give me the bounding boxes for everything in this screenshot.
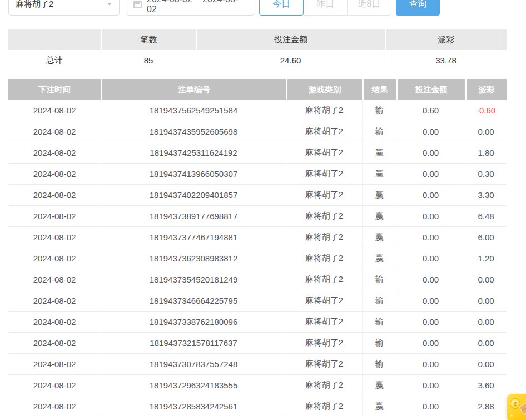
cell-game-category: 麻将胡了2 (286, 121, 362, 142)
cell-game-category: 麻将胡了2 (286, 100, 362, 121)
summary-total-bet-amount: 24.60 (196, 50, 385, 71)
table-row: 2024-08-02 1819437362308983812 麻将胡了2 赢 0… (8, 248, 507, 269)
cell-bet-time: 2024-08-02 (8, 354, 101, 375)
cell-game-category: 麻将胡了2 (286, 333, 362, 354)
summary-total-count: 85 (101, 50, 196, 71)
cell-bet-time: 2024-08-02 (8, 312, 101, 333)
cell-payout: 6.00 (465, 227, 507, 248)
cell-result: 赢 (362, 375, 396, 396)
cell-payout: 0.00 (465, 333, 507, 354)
cell-result: 赢 (362, 248, 396, 269)
cell-bet-amount: 0.00 (396, 375, 465, 396)
cell-payout: 0.00 (465, 269, 507, 290)
cell-result: 输 (362, 312, 396, 333)
cell-game-category: 麻将胡了2 (286, 312, 362, 333)
cell-bet-amount: 0.00 (396, 396, 465, 417)
cell-game-category: 麻将胡了2 (286, 142, 362, 164)
chevron-down-icon: ▼ (107, 2, 112, 7)
cell-bet-amount: 0.00 (396, 354, 465, 375)
cell-bet-time: 2024-08-02 (8, 290, 101, 312)
header-payout: 派彩 (465, 79, 507, 100)
cell-bet-amount: 0.00 (396, 333, 465, 354)
filter-bar: 麻将胡了2 ▼ 2024-08-02 ~ 2024-08-02 今日 昨日 近8… (8, 0, 440, 16)
cell-payout: 3.30 (465, 185, 507, 206)
table-row: 2024-08-02 1819437377467194881 麻将胡了2 赢 0… (8, 227, 507, 248)
cell-bet-time: 2024-08-02 (8, 375, 101, 396)
cell-bet-time: 2024-08-02 (8, 185, 101, 206)
cell-result: 赢 (362, 396, 396, 417)
cell-bet-time: 2024-08-02 (8, 227, 101, 248)
cell-result: 赢 (362, 206, 396, 227)
game-select[interactable]: 麻将胡了2 ▼ (8, 0, 120, 16)
cell-result: 输 (362, 269, 396, 290)
header-bet-amount: 投注金额 (396, 79, 465, 100)
date-range-input[interactable]: 2024-08-02 ~ 2024-08-02 (127, 0, 254, 16)
cell-bet-time: 2024-08-02 (8, 396, 101, 417)
cell-game-category: 麻将胡了2 (286, 227, 362, 248)
cell-game-category: 麻将胡了2 (286, 354, 362, 375)
cell-order-number: 1819437354520181249 (101, 269, 286, 290)
table-row: 2024-08-02 1819437413966050307 麻将胡了2 赢 0… (8, 164, 507, 185)
records-table: 下注时间 注单编号 游戏类别 结果 投注金额 派彩 2024-08-02 181… (8, 79, 507, 417)
cell-bet-time: 2024-08-02 (8, 164, 101, 185)
cell-order-number: 1819437402209401857 (101, 185, 286, 206)
header-result: 结果 (362, 79, 396, 100)
header-game-category: 游戏类别 (286, 79, 362, 100)
cell-payout: 0.00 (465, 354, 507, 375)
cell-game-category: 麻将胡了2 (286, 185, 362, 206)
header-bet-time: 下注时间 (8, 79, 101, 100)
cell-game-category: 麻将胡了2 (286, 375, 362, 396)
table-row: 2024-08-02 1819437425311624192 麻将胡了2 赢 0… (8, 142, 507, 164)
table-row: 2024-08-02 1819437354520181249 麻将胡了2 输 0… (8, 269, 507, 290)
cell-bet-amount: 0.00 (396, 227, 465, 248)
cell-game-category: 麻将胡了2 (286, 290, 362, 312)
cell-bet-time: 2024-08-02 (8, 248, 101, 269)
cell-result: 赢 (362, 164, 396, 185)
table-row: 2024-08-02 1819437321578117637 麻将胡了2 输 0… (8, 333, 507, 354)
cell-bet-time: 2024-08-02 (8, 100, 101, 121)
cell-result: 输 (362, 333, 396, 354)
table-row: 2024-08-02 1819437285834242561 麻将胡了2 赢 0… (8, 396, 507, 417)
records-tbody: 2024-08-02 1819437562549251584 麻将胡了2 输 0… (8, 100, 507, 417)
cell-bet-amount: 0.00 (396, 206, 465, 227)
cell-game-category: 麻将胡了2 (286, 206, 362, 227)
search-button[interactable]: 查询 (396, 0, 440, 16)
cell-payout: 0.00 (465, 290, 507, 312)
cell-order-number: 1819437321578117637 (101, 333, 286, 354)
cell-order-number: 1819437362308983812 (101, 248, 286, 269)
table-row: 2024-08-02 1819437346664225795 麻将胡了2 输 0… (8, 290, 507, 312)
reward-float-button[interactable]: ¥ ✦ (507, 394, 526, 420)
cell-bet-amount: 0.00 (396, 164, 465, 185)
cell-payout: 0.00 (465, 121, 507, 142)
cell-result: 赢 (362, 227, 396, 248)
cell-payout: 6.48 (465, 206, 507, 227)
cell-payout: 1.80 (465, 142, 507, 164)
cell-bet-time: 2024-08-02 (8, 121, 101, 142)
cell-order-number: 1819437338762180096 (101, 312, 286, 333)
summary-header-bet-amount: 投注金额 (196, 29, 385, 50)
cell-result: 输 (362, 354, 396, 375)
cell-bet-amount: 0.00 (396, 290, 465, 312)
cell-result: 赢 (362, 142, 396, 164)
cell-order-number: 1819437389177698817 (101, 206, 286, 227)
cell-bet-time: 2024-08-02 (8, 269, 101, 290)
quick-button-today[interactable]: 今日 (259, 0, 304, 16)
summary-header-count: 笔数 (101, 29, 196, 50)
quick-button-yesterday[interactable]: 昨日 (303, 0, 348, 16)
cell-result: 输 (362, 121, 396, 142)
cell-bet-time: 2024-08-02 (8, 206, 101, 227)
cell-bet-amount: 0.00 (396, 142, 465, 164)
cell-order-number: 1819437307837557248 (101, 354, 286, 375)
table-row: 2024-08-02 1819437562549251584 麻将胡了2 输 0… (8, 100, 507, 121)
table-row: 2024-08-02 1819437307837557248 麻将胡了2 输 0… (8, 354, 507, 375)
summary-table: 笔数 投注金额 派彩 总计 85 24.60 33.78 (8, 29, 507, 71)
table-row: 2024-08-02 1819437338762180096 麻将胡了2 输 0… (8, 312, 507, 333)
summary-total-label: 总计 (8, 50, 101, 71)
cell-game-category: 麻将胡了2 (286, 248, 362, 269)
cell-bet-amount: 0.60 (396, 100, 465, 121)
cell-bet-amount: 0.00 (396, 248, 465, 269)
table-row: 2024-08-02 1819437296324183555 麻将胡了2 赢 0… (8, 375, 507, 396)
cell-order-number: 1819437296324183555 (101, 375, 286, 396)
summary-total-payout: 33.78 (385, 50, 507, 71)
quick-button-last8days[interactable]: 近8日 (347, 0, 391, 16)
